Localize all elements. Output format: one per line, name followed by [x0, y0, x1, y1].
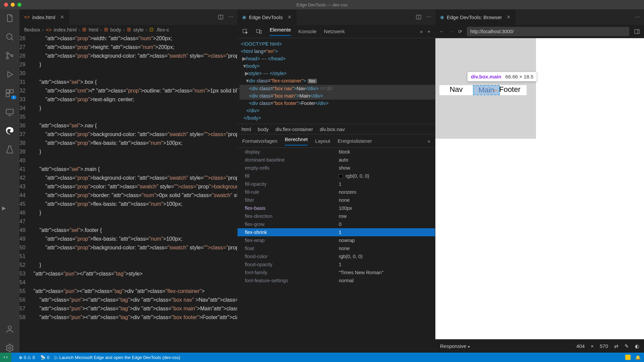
- close-tab-icon[interactable]: ✕: [60, 14, 64, 20]
- computed-row[interactable]: flex-grow0: [237, 220, 435, 228]
- forward-icon[interactable]: →: [449, 29, 453, 34]
- devtools-toggle-icon[interactable]: [634, 28, 640, 35]
- extensions-badge: 1: [11, 96, 16, 99]
- computed-row[interactable]: floatnone: [237, 244, 435, 252]
- status-notifications-icon[interactable]: 🔔: [635, 355, 641, 360]
- device-mode[interactable]: Responsive ▾: [440, 343, 470, 349]
- computed-row[interactable]: flood-colorrgb(0, 0, 0): [237, 252, 435, 260]
- html-file-icon: <>: [24, 14, 30, 20]
- inspect-icon[interactable]: [242, 28, 248, 35]
- computed-row[interactable]: flood-opacity1: [237, 260, 435, 268]
- close-window-button[interactable]: [4, 3, 8, 7]
- more-actions-icon[interactable]: ⋯: [635, 14, 640, 20]
- close-tab-icon[interactable]: ✕: [506, 14, 511, 20]
- svg-rect-4: [6, 90, 9, 93]
- window-title: Edge DevTools — dev-css: [297, 2, 347, 7]
- status-bar: ⊗ 0 ⚠ 0 📡 0 ▷ Launch Microsoft Edge and …: [0, 353, 644, 362]
- testing-icon[interactable]: [5, 145, 14, 154]
- minimize-window-button[interactable]: [11, 3, 15, 7]
- browser-group: ◉ Edge DevTools: Browser ✕ ⋯ ← → ⟳ http:…: [435, 9, 644, 353]
- split-editor-icon[interactable]: [416, 14, 422, 20]
- edge-icon: ◉: [242, 14, 246, 20]
- remote-explorer-icon[interactable]: [5, 107, 14, 117]
- computed-row[interactable]: font-feature-settingsnormal: [237, 277, 435, 285]
- edge-devtools-icon[interactable]: [5, 126, 14, 135]
- computed-row[interactable]: dominant-baselineauto: [237, 156, 435, 164]
- viewport-width[interactable]: 404: [576, 343, 585, 349]
- subtab-berechnet[interactable]: Berechnet: [285, 136, 308, 145]
- breadcrumb[interactable]: flexbox› <>index.html› ⊞html› ⊞body› ⊞st…: [19, 25, 237, 34]
- box-nav: Nav: [439, 85, 473, 95]
- tab-index-html[interactable]: <> index.html ✕: [19, 9, 69, 25]
- source-control-icon[interactable]: [5, 51, 14, 60]
- rendered-page: div.box.main 66.66 × 18.5 Nav Main Foote…: [435, 38, 644, 339]
- computed-row[interactable]: empty-cellsshow: [237, 164, 435, 172]
- computed-row[interactable]: fill-rulenonzero: [237, 188, 435, 196]
- device-toggle-icon[interactable]: [256, 28, 262, 35]
- status-launch[interactable]: ▷ Launch Microsoft Edge and open the Edg…: [55, 355, 180, 360]
- computed-row[interactable]: filternone: [237, 196, 435, 204]
- styles-subtabs: Formatvorlagen Berechnet Layout Ereignis…: [237, 134, 435, 148]
- code-editor[interactable]: 2627282930313233343536373839404142434445…: [19, 34, 237, 353]
- subtab-formatvorlagen[interactable]: Formatvorlagen: [242, 138, 277, 144]
- rotate-icon[interactable]: ⇄: [614, 343, 619, 349]
- svg-point-1: [6, 52, 8, 54]
- titlebar: Edge DevTools — dev-css: [0, 0, 644, 9]
- dom-breadcrumb[interactable]: html body div.flex-container div.box.nav: [237, 124, 435, 134]
- zoom-window-button[interactable]: [17, 3, 21, 7]
- status-ports[interactable]: 📡 0: [40, 355, 49, 360]
- more-tabs-icon[interactable]: »: [420, 28, 423, 34]
- emulate-css-icon[interactable]: ✎: [625, 343, 629, 349]
- box-main: Main: [473, 85, 500, 95]
- svg-point-2: [6, 57, 8, 59]
- browser-tabs: ◉ Edge DevTools: Browser ✕ ⋯: [435, 9, 644, 25]
- flex-row: Nav Main Footer: [439, 85, 527, 95]
- split-editor-icon[interactable]: [218, 14, 224, 20]
- remote-indicator[interactable]: [0, 353, 11, 362]
- computed-panel[interactable]: displayblockdominant-baselineautoempty-c…: [237, 148, 435, 353]
- back-icon[interactable]: ←: [439, 29, 444, 34]
- tab-konsole[interactable]: Konsole: [298, 28, 316, 34]
- activity-bar: 1: [0, 9, 19, 353]
- devtools-group: ◉ Edge DevTools ✕ ⋯ Elemente Konsole Net…: [237, 9, 435, 353]
- tab-netzwerk[interactable]: Netzwerk: [324, 28, 345, 34]
- tab-label: index.html: [32, 14, 55, 20]
- dom-tree[interactable]: <!DOCTYPE html> <html lang="en"> ▶ <head…: [237, 38, 435, 124]
- status-extension-icon[interactable]: [625, 355, 631, 360]
- computed-row[interactable]: fill rgb(0, 0, 0): [237, 172, 435, 180]
- tab-label: Edge DevTools: Browser: [447, 14, 502, 20]
- emulate-vision-icon[interactable]: ◐: [635, 343, 639, 349]
- computed-row[interactable]: fill-opacity1: [237, 180, 435, 188]
- close-tab-icon[interactable]: ✕: [287, 14, 292, 20]
- viewport-height[interactable]: 570: [600, 343, 608, 349]
- subtab-ereignislistener[interactable]: Ereignislistener: [337, 138, 372, 144]
- explorer-icon[interactable]: [5, 13, 14, 23]
- computed-row[interactable]: flex-wrapnowrap: [237, 236, 435, 244]
- tab-edge-devtools[interactable]: ◉ Edge DevTools ✕: [237, 9, 297, 25]
- reload-icon[interactable]: ⟳: [458, 29, 462, 34]
- tab-browser[interactable]: ◉ Edge DevTools: Browser ✕: [435, 9, 516, 25]
- svg-point-3: [11, 55, 13, 57]
- extensions-icon[interactable]: 1: [5, 88, 14, 98]
- subtab-layout[interactable]: Layout: [315, 138, 330, 144]
- more-actions-icon[interactable]: ⋯: [426, 14, 431, 20]
- tab-elemente[interactable]: Elemente: [270, 27, 291, 36]
- search-icon[interactable]: [5, 32, 14, 42]
- svg-rect-6: [6, 94, 9, 97]
- run-debug-icon[interactable]: [5, 70, 14, 79]
- more-actions-icon[interactable]: ⋯: [228, 14, 233, 20]
- computed-row[interactable]: flex-directionrow: [237, 212, 435, 220]
- computed-row[interactable]: ▶flex-basis100px: [237, 204, 435, 212]
- url-field[interactable]: http://localhost:3000/: [467, 27, 629, 36]
- computed-row[interactable]: font-family"Times New Roman": [237, 268, 435, 277]
- svg-rect-5: [10, 90, 13, 93]
- more-subtabs-icon[interactable]: »: [428, 138, 430, 144]
- add-tab-icon[interactable]: +: [427, 28, 430, 34]
- devtools-toolbar: Elemente Konsole Netzwerk » +: [237, 25, 435, 38]
- computed-row[interactable]: flex-shrink1: [237, 228, 435, 236]
- accounts-icon[interactable]: [5, 324, 14, 334]
- status-errors[interactable]: ⊗ 0 ⚠ 0: [19, 355, 35, 360]
- code-content[interactable]: "attr">class="prop">width: "attr">class=…: [34, 34, 237, 353]
- computed-row[interactable]: displayblock: [237, 148, 435, 156]
- settings-gear-icon[interactable]: [5, 343, 14, 353]
